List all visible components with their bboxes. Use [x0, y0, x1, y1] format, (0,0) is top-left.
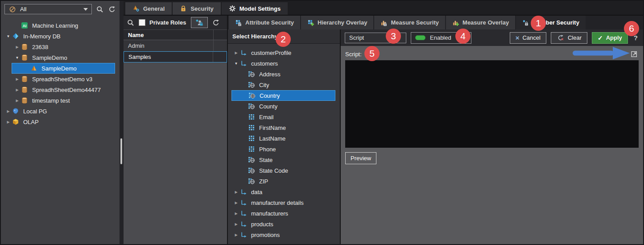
- tree-item-email[interactable]: Email: [228, 112, 340, 122]
- tab-hierarchy-overlay[interactable]: Hierarchy Overlay: [301, 16, 373, 29]
- tree-item-local-pg[interactable]: ▶Local PG: [1, 106, 120, 116]
- scrollbar-thumb[interactable]: [120, 138, 122, 164]
- role-row-samples[interactable]: Samples: [124, 51, 227, 62]
- annotation-badge-4: 4: [455, 29, 471, 44]
- chevron-right-icon[interactable]: ▶: [4, 120, 12, 124]
- tree-item-state[interactable]: State: [228, 154, 340, 165]
- search-icon[interactable]: [127, 19, 135, 27]
- tree-item-label: Address: [259, 71, 281, 78]
- tree-item-zip[interactable]: ZIP: [228, 176, 340, 187]
- apply-button[interactable]: ✓ Apply: [592, 32, 628, 44]
- chevron-down-icon[interactable]: ▼: [13, 56, 21, 60]
- geo-attr-icon: [248, 81, 256, 88]
- tree-item-county[interactable]: County: [228, 101, 340, 112]
- measure-lock-icon: [380, 19, 388, 26]
- geo-attr-icon: [248, 156, 256, 163]
- hierarchy-icon: [240, 199, 248, 206]
- tree-item-lastname[interactable]: LastName: [228, 133, 340, 144]
- script-mode-value: Script: [349, 34, 364, 41]
- chevron-right-icon[interactable]: ▶: [232, 190, 240, 194]
- tree-item-phone[interactable]: Phone: [228, 144, 340, 154]
- tree-item-firstname[interactable]: FirstName: [228, 122, 340, 133]
- script-code-editor[interactable]: [345, 60, 639, 148]
- roles-panel-empty-space: [124, 62, 227, 244]
- tree-item-spreadhsheetdemo-v3[interactable]: ▶SpreadhSheetDemo v3: [1, 74, 120, 84]
- chevron-right-icon[interactable]: ▶: [232, 222, 240, 226]
- preview-button[interactable]: Preview: [345, 152, 376, 164]
- refresh-icon[interactable]: [212, 19, 220, 27]
- tree-item-city[interactable]: City: [228, 79, 340, 90]
- annotation-badge-5: 5: [364, 46, 380, 61]
- tab-general[interactable]: General: [125, 2, 172, 15]
- cancel-button[interactable]: × Cancel: [510, 32, 546, 44]
- hierarchy-tree: ▶customerProfile▼customersAddressCityCou…: [228, 44, 340, 240]
- roles-table-header: Name: [124, 29, 227, 40]
- general-icon: [132, 5, 140, 12]
- tree-item-manufacturer-details[interactable]: ▶manufacturer details: [228, 197, 340, 208]
- tab-member-security[interactable]: Member Security: [516, 16, 586, 29]
- tree-item-sampledemo[interactable]: ▼SampleDemo: [1, 52, 120, 63]
- tree-item-state-code[interactable]: State Code: [228, 165, 340, 176]
- chevron-right-icon[interactable]: ▶: [4, 109, 12, 113]
- tree-item-manufacturers[interactable]: ▶manufacturers: [228, 208, 340, 219]
- tree-item-label: Phone: [259, 146, 276, 153]
- chevron-right-icon[interactable]: ▶: [13, 45, 21, 49]
- chevron-right-icon[interactable]: ▶: [232, 233, 240, 237]
- chevron-right-icon[interactable]: ▶: [13, 88, 21, 92]
- tab-model-settings[interactable]: Model Settings: [222, 2, 288, 15]
- add-role-button[interactable]: [191, 17, 208, 28]
- roles-panel: Private Roles Name AdminSamples: [124, 16, 228, 244]
- search-icon[interactable]: [96, 5, 104, 13]
- expand-icon[interactable]: [631, 50, 639, 58]
- tree-item-in-memory-db[interactable]: ▼In-Memory DB: [1, 31, 120, 42]
- enabled-label: Enabled: [430, 34, 451, 41]
- database-icon: [21, 54, 29, 61]
- panel-separator: [120, 1, 124, 244]
- tree-item-promotions[interactable]: ▶promotions: [228, 229, 340, 240]
- tree-item-products[interactable]: ▶products: [228, 219, 340, 229]
- refresh-icon[interactable]: [108, 5, 116, 13]
- clear-button[interactable]: × Clear: [551, 32, 587, 44]
- main-area: GeneralSecurityModel Settings Private Ro…: [124, 1, 643, 244]
- chevron-right-icon[interactable]: ▶: [13, 77, 21, 81]
- tab-measure-overlay[interactable]: Measure Overlay: [446, 16, 515, 29]
- private-roles-checkbox[interactable]: [139, 19, 145, 26]
- tree-item-customerprofile[interactable]: ▶customerProfile: [228, 47, 340, 58]
- member-lock-icon: [522, 19, 529, 26]
- tree-item-sampledemo[interactable]: SampleDemo: [12, 63, 115, 74]
- tree-item-address[interactable]: Address: [228, 69, 340, 79]
- tree-item-customers[interactable]: ▼customers: [228, 58, 340, 69]
- tree-item-machine-learning[interactable]: AIMachine Learning: [1, 20, 120, 31]
- geo-attr-icon: [248, 167, 256, 174]
- chevron-right-icon[interactable]: ▶: [232, 212, 240, 216]
- tab-measure-security[interactable]: Measure Security: [374, 16, 445, 29]
- tree-item-spreadhsheetdemo44477[interactable]: ▶SpreadhSheetDemo44477: [1, 84, 120, 95]
- memdb-icon: [12, 33, 20, 40]
- tab-security[interactable]: Security: [173, 2, 220, 15]
- chevron-right-icon[interactable]: ▶: [232, 51, 240, 55]
- roles-search-row: Private Roles: [124, 16, 227, 29]
- tree-item-label: promotions: [251, 232, 280, 238]
- tree-item-country[interactable]: Country: [231, 90, 335, 101]
- lock-gold-icon: [180, 5, 187, 12]
- diamond-icon: [30, 65, 38, 72]
- chevron-down-icon[interactable]: ▼: [232, 62, 240, 66]
- tree-item-label: manufacturers: [251, 210, 288, 217]
- annotation-badge-3: 3: [386, 29, 401, 44]
- tab-attribute-security[interactable]: Attribute Security: [229, 16, 300, 29]
- role-row-admin[interactable]: Admin: [124, 40, 227, 51]
- connection-filter-dropdown[interactable]: All: [4, 4, 92, 14]
- tab-label: Measure Security: [391, 19, 439, 26]
- tree-item-label: Machine Learning: [32, 22, 78, 29]
- chevron-right-icon[interactable]: ▶: [232, 201, 240, 205]
- sidebar-header: All: [1, 1, 120, 17]
- chevron-right-icon[interactable]: ▶: [13, 99, 21, 103]
- tree-item-timestamp-test[interactable]: ▶timestamp test: [1, 95, 120, 106]
- tree-item-olap[interactable]: ▶OLAP: [1, 116, 120, 127]
- tree-item-label: ZIP: [259, 178, 268, 185]
- tree-item-23638[interactable]: ▶23638: [1, 42, 120, 52]
- chevron-down-icon[interactable]: ▼: [4, 34, 12, 38]
- person-add-icon: [195, 19, 203, 27]
- tree-item-data[interactable]: ▶data: [228, 187, 340, 197]
- svg-text:×: ×: [561, 37, 563, 42]
